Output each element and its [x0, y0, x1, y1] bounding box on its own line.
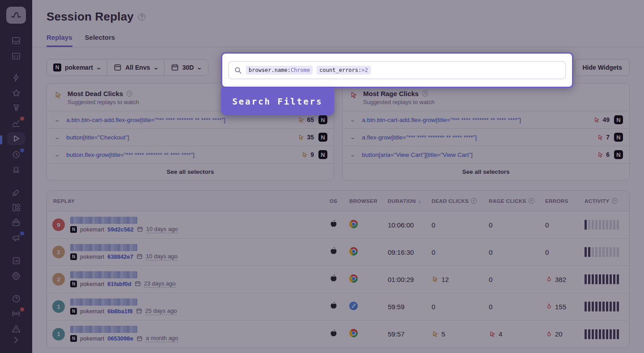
filter-token-browser-name[interactable]: browser.name:Chrome: [246, 66, 313, 75]
search-filters-tooltip: Search Filters: [221, 88, 334, 115]
search-input[interactable]: browser.name:Chrome count_errors:>2: [229, 61, 566, 79]
search-spotlight: browser.name:Chrome count_errors:>2: [221, 52, 573, 88]
filter-token-count-errors[interactable]: count_errors:>2: [317, 66, 370, 75]
search-icon: [234, 67, 242, 74]
